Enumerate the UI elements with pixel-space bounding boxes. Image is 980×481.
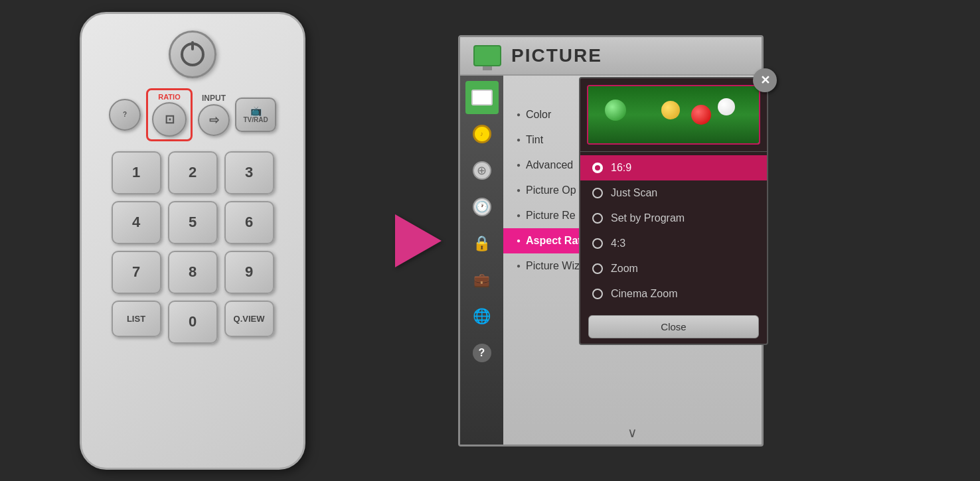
num-5-button[interactable]: 5 xyxy=(168,201,218,244)
clock-icon: 🕐 xyxy=(473,198,491,216)
menu-monitor-icon xyxy=(473,45,501,66)
qview-button[interactable]: Q.VIEW xyxy=(224,301,274,337)
option-set-by-program-label: Set by Program xyxy=(611,212,685,224)
radio-just-scan xyxy=(592,188,603,198)
num-1-button[interactable]: 1 xyxy=(112,151,161,194)
audio-icon: ♪ xyxy=(473,125,491,143)
tv-menu: PICTURE ♪ 🕐 xyxy=(458,35,764,447)
sidebar-channel-icon[interactable] xyxy=(465,154,499,187)
tv-section: PICTURE ♪ 🕐 xyxy=(451,0,980,481)
color-label: Color xyxy=(526,109,551,121)
middle-row: ? RATIO ⊡ INPUT ⇨ 📺 TV/RAD xyxy=(109,88,276,141)
sidebar-audio-icon[interactable]: ♪ xyxy=(465,117,499,151)
sidebar-option-icon[interactable]: 💼 xyxy=(465,263,499,297)
advanced-label: Advanced xyxy=(526,159,573,171)
tv-icon: 📺 xyxy=(250,105,262,116)
dropdown-close-button[interactable]: Close xyxy=(588,315,759,338)
channel-icon xyxy=(473,161,491,180)
num-8-button[interactable]: 8 xyxy=(168,251,218,294)
num-0-button[interactable]: 0 xyxy=(168,301,218,344)
radio-16-9 xyxy=(592,163,603,173)
list-button[interactable]: LIST xyxy=(112,301,161,337)
input-icon: ⇨ xyxy=(209,113,219,127)
tv-rad-label: TV/RAD xyxy=(243,116,268,123)
question-icon: ? xyxy=(123,111,127,118)
ratio-button[interactable]: ⊡ xyxy=(152,102,187,137)
sidebar-network-icon[interactable]: 🌐 xyxy=(465,300,499,333)
sidebar-picture-icon[interactable] xyxy=(465,81,499,114)
ratio-group: RATIO ⊡ xyxy=(146,88,193,141)
option-just-scan-label: Just Scan xyxy=(611,187,657,199)
arrow-right-icon xyxy=(395,214,442,267)
picture-options-label: Picture Op xyxy=(526,184,576,196)
remote-section: ? RATIO ⊡ INPUT ⇨ 📺 TV/RAD xyxy=(0,0,385,481)
tint-label: Tint xyxy=(526,134,543,146)
ball-green xyxy=(605,100,626,121)
option-zoom-label: Zoom xyxy=(611,263,638,275)
remote-control: ? RATIO ⊡ INPUT ⇨ 📺 TV/RAD xyxy=(80,12,305,470)
ball-yellow xyxy=(661,101,680,119)
num-4-button[interactable]: 4 xyxy=(112,201,161,244)
radio-set-by-program xyxy=(592,213,603,224)
power-button[interactable] xyxy=(169,31,216,78)
numpad: 1 2 3 4 5 6 7 8 9 xyxy=(112,151,274,294)
option-cinema-zoom[interactable]: Cinema Zoom xyxy=(580,281,767,307)
dropdown-close-x-button[interactable]: ✕ xyxy=(753,68,777,92)
num-9-button[interactable]: 9 xyxy=(224,251,274,294)
option-set-by-program[interactable]: Set by Program xyxy=(580,206,767,231)
ball-white xyxy=(718,98,735,115)
globe-icon: 🌐 xyxy=(473,308,491,325)
ball-red xyxy=(691,105,711,125)
menu-header: PICTURE xyxy=(460,37,762,76)
ratio-icon: ⊡ xyxy=(165,112,175,127)
power-icon xyxy=(181,42,204,66)
question-button[interactable]: ? xyxy=(109,99,141,131)
sidebar-icons: ♪ 🕐 🔒 💼 🌐 xyxy=(460,76,503,445)
scroll-down-button[interactable]: ∨ xyxy=(503,421,762,445)
help-icon: ? xyxy=(473,344,491,362)
radio-cinema-zoom xyxy=(592,289,603,299)
option-16-9[interactable]: 16:9 xyxy=(580,155,767,180)
sidebar-support-icon[interactable]: ? xyxy=(465,336,499,370)
num-3-button[interactable]: 3 xyxy=(224,151,274,194)
tv-rad-button[interactable]: 📺 TV/RAD xyxy=(235,98,276,132)
option-16-9-label: 16:9 xyxy=(611,162,631,174)
preview-image xyxy=(587,85,760,145)
monitor-icon xyxy=(471,90,493,105)
ratio-label: RATIO xyxy=(158,93,180,101)
radio-4-3 xyxy=(592,238,603,249)
radio-zoom xyxy=(592,263,603,274)
aspect-ratio-dropdown: ✕ 16:9 xyxy=(579,77,768,345)
num-2-button[interactable]: 2 xyxy=(168,151,218,194)
num-7-button[interactable]: 7 xyxy=(112,251,161,294)
picture-reset-label: Picture Re xyxy=(526,210,576,222)
dropdown-preview xyxy=(580,78,767,152)
input-label: INPUT xyxy=(202,94,226,103)
input-button[interactable]: ⇨ xyxy=(198,104,230,136)
option-zoom[interactable]: Zoom xyxy=(580,256,767,281)
sidebar-time-icon[interactable]: 🕐 xyxy=(465,190,499,224)
arrow-section xyxy=(385,214,451,267)
briefcase-icon: 💼 xyxy=(473,272,490,288)
option-just-scan[interactable]: Just Scan xyxy=(580,180,767,206)
menu-title: PICTURE xyxy=(511,45,602,66)
bottom-row: LIST 0 Q.VIEW xyxy=(112,301,274,344)
lock-icon: 🔒 xyxy=(473,235,491,252)
dropdown-items: 16:9 Just Scan Set by Program 4:3 xyxy=(580,152,767,310)
num-6-button[interactable]: 6 xyxy=(224,201,274,244)
option-cinema-zoom-label: Cinema Zoom xyxy=(611,288,677,300)
option-4-3-label: 4:3 xyxy=(611,238,625,249)
sidebar-lock-icon[interactable]: 🔒 xyxy=(465,227,499,260)
main-container: ? RATIO ⊡ INPUT ⇨ 📺 TV/RAD xyxy=(0,0,980,481)
option-4-3[interactable]: 4:3 xyxy=(580,231,767,256)
